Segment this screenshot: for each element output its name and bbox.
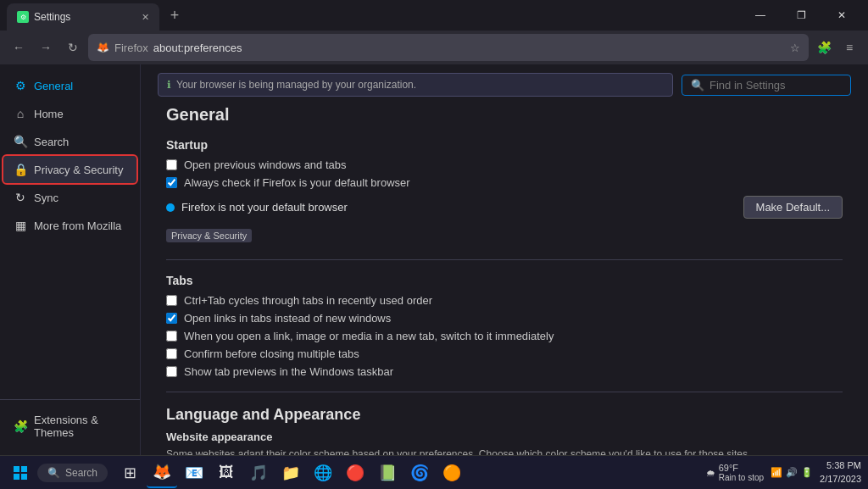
refresh-button[interactable]: ↻ (61, 36, 85, 59)
system-clock[interactable]: 5:38 PM 2/17/2023 (820, 459, 861, 486)
files-taskbar-icon[interactable]: 📁 (275, 458, 306, 488)
svg-rect-1 (21, 466, 27, 472)
menu-icon[interactable]: ≡ (837, 36, 861, 59)
open-links-label: Open links in tabs instead of new window… (184, 312, 391, 325)
open-links-row: Open links in tabs instead of new window… (166, 312, 843, 325)
taskbar-search-icon: 🔍 (47, 467, 60, 479)
tab-previews-row: Show tab previews in the Windows taskbar (166, 365, 843, 378)
sidebar-label-privacy: Privacy & Security (34, 164, 123, 176)
svg-rect-3 (21, 474, 27, 480)
mail-taskbar-icon[interactable]: 📧 (179, 458, 209, 488)
edge-taskbar-icon[interactable]: 🌐 (308, 458, 338, 488)
extensions-icon[interactable]: 🧩 (812, 36, 836, 59)
app8-taskbar-icon[interactable]: 📗 (372, 458, 403, 488)
weather-desc: Rain to stop (719, 473, 764, 482)
sync-icon: ↻ (14, 191, 27, 204)
startup-title: Startup (166, 138, 843, 152)
start-button[interactable] (7, 459, 34, 486)
sidebar-label-general: General (34, 80, 73, 92)
sidebar-item-more[interactable]: ▦ More from Mozilla (3, 212, 136, 239)
confirm-close-row: Confirm before closing multiple tabs (166, 347, 843, 360)
tabs-divider (166, 392, 843, 392)
weather-widget[interactable]: 🌧 69°F Rain to stop (706, 463, 764, 482)
switch-new-tab-checkbox[interactable] (166, 331, 177, 342)
sidebar-item-privacy[interactable]: 🔒 Privacy & Security (3, 156, 136, 183)
header-bar: ℹ Your browser is being managed by your … (141, 64, 868, 97)
tab-bar-left: ⚙ Settings ✕ + (7, 0, 186, 31)
general-icon: ⚙ (14, 79, 27, 92)
window-controls: — ❐ ✕ (741, 2, 861, 29)
content-inner: General Startup Open previous windows an… (141, 105, 868, 455)
confirm-close-checkbox[interactable] (166, 348, 177, 359)
photos-taskbar-icon[interactable]: 🖼 (211, 458, 242, 488)
taskbar-right: 🌧 69°F Rain to stop 📶 🔊 🔋 5:38 PM 2/17/2… (706, 459, 861, 486)
default-browser-status-row: Firefox is not your default browser Make… (166, 196, 843, 219)
sidebar-item-general[interactable]: ⚙ General (3, 72, 136, 99)
find-in-settings-input[interactable] (709, 79, 852, 92)
info-icon: ℹ (167, 79, 171, 91)
sidebar-label-home: Home (34, 108, 64, 120)
extensions-icon: 🧩 (14, 420, 27, 433)
clock-time: 5:38 PM (820, 459, 861, 472)
section-title: General (166, 105, 843, 125)
clock-date: 2/17/2023 (820, 473, 861, 486)
switch-new-tab-label: When you open a link, image or media in … (184, 330, 554, 342)
music-taskbar-icon[interactable]: 🎵 (243, 458, 274, 488)
tab-previews-label: Show tab previews in the Windows taskbar (184, 365, 393, 378)
taskbar: 🔍 Search ⊞ 🦊 📧 🖼 🎵 📁 🌐 🔴 📗 🌀 🟠 🌧 69°F Ra… (0, 455, 868, 489)
website-appearance-title: Website appearance (166, 431, 843, 443)
ctrl-tab-checkbox[interactable] (166, 295, 177, 306)
forward-button[interactable]: → (34, 36, 58, 59)
url-prefix: Firefox (114, 42, 148, 54)
find-search-icon: 🔍 (691, 79, 704, 92)
managed-browser-text: Your browser is being managed by your or… (176, 79, 416, 91)
switch-new-tab-row: When you open a link, image or media in … (166, 330, 843, 342)
tab-previews-checkbox[interactable] (166, 366, 177, 377)
sidebar-label-extensions: Extensions & Themes (34, 414, 126, 439)
weather-icon: 🌧 (706, 468, 715, 478)
minimize-button[interactable]: — (741, 2, 780, 29)
system-tray[interactable]: 📶 🔊 🔋 (771, 467, 813, 478)
new-tab-button[interactable]: + (163, 3, 186, 27)
startup-divider (166, 259, 843, 260)
back-button[interactable]: ← (7, 36, 31, 59)
tab-close-button[interactable]: ✕ (142, 12, 149, 23)
sidebar-item-home[interactable]: ⌂ Home (3, 100, 136, 127)
app7-taskbar-icon[interactable]: 🔴 (340, 458, 370, 488)
privacy-security-tooltip: Privacy & Security (166, 229, 252, 242)
main-content: ⚙ General ⌂ Home 🔍 Search 🔒 Privacy & Se… (0, 64, 868, 455)
svg-rect-2 (14, 474, 19, 480)
battery-icon: 🔋 (801, 467, 813, 478)
close-button[interactable]: ✕ (822, 2, 861, 29)
home-icon: ⌂ (14, 107, 27, 120)
settings-content: ℹ Your browser is being managed by your … (141, 64, 868, 455)
confirm-close-label: Confirm before closing multiple tabs (184, 347, 359, 360)
language-section: Language and Appearance Website appearan… (166, 406, 843, 455)
sidebar-label-sync: Sync (34, 192, 58, 204)
weather-info: 69°F Rain to stop (719, 463, 764, 482)
make-default-button[interactable]: Make Default... (743, 196, 843, 219)
sidebar-item-support[interactable]: ℹ Firefox Support (3, 447, 136, 455)
open-prev-windows-checkbox[interactable] (166, 159, 177, 170)
url-bar[interactable]: 🦊 Firefox about:preferences ☆ (88, 34, 809, 61)
sidebar-item-sync[interactable]: ↻ Sync (3, 184, 136, 211)
default-browser-check-row: Always check if Firefox is your default … (166, 176, 843, 189)
taskbar-search[interactable]: 🔍 Search (37, 464, 108, 482)
open-links-checkbox[interactable] (166, 313, 177, 324)
app10-taskbar-icon[interactable]: 🟠 (437, 458, 467, 488)
open-prev-windows-label: Open previous windows and tabs (184, 158, 347, 171)
find-in-settings[interactable]: 🔍 (682, 75, 851, 96)
website-appearance-description: Some websites adapt their color scheme b… (166, 447, 843, 455)
always-check-default-label: Always check if Firefox is your default … (184, 176, 410, 189)
tab-bar: ⚙ Settings ✕ + — ❐ ✕ (0, 0, 868, 31)
sidebar-item-extensions[interactable]: 🧩 Extensions & Themes (3, 407, 136, 446)
settings-tab[interactable]: ⚙ Settings ✕ (7, 3, 159, 31)
task-view-icon[interactable]: ⊞ (114, 458, 145, 488)
sidebar-item-search[interactable]: 🔍 Search (3, 128, 136, 155)
restore-button[interactable]: ❐ (782, 2, 821, 29)
bookmark-icon[interactable]: ☆ (790, 42, 800, 54)
ctrl-tab-label: Ctrl+Tab cycles through tabs in recently… (184, 294, 432, 307)
firefox-taskbar-icon[interactable]: 🦊 (147, 458, 177, 488)
always-check-default-checkbox[interactable] (166, 177, 177, 188)
app9-taskbar-icon[interactable]: 🌀 (404, 458, 435, 488)
